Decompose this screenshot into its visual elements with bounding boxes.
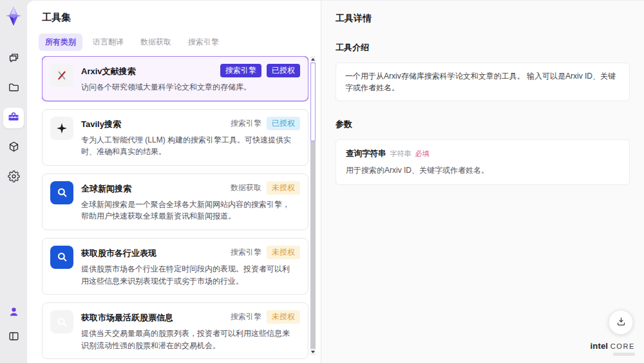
scrollbar-thumb[interactable] (310, 63, 316, 141)
auth-status-badge: 已授权 (267, 117, 300, 130)
tool-card-description: 全球新闻搜索是一个聚合全球各大新闻网站内容的搜索引擎，帮助用户快速获取全球最新资… (81, 199, 297, 222)
intel-logo-bar (613, 353, 635, 356)
sidebar-item-collapse[interactable] (3, 327, 24, 348)
scrollbar-track[interactable] (310, 63, 316, 349)
page-title: 工具集 (42, 12, 321, 24)
param-list: 查询字符串 字符串 必填 用于搜索的Arxiv ID、关键字或作者姓名。 (336, 139, 630, 185)
newspaper-search-icon (50, 310, 73, 333)
sidebar-item-models[interactable] (3, 137, 24, 158)
category-badge: 搜索引擎 (231, 311, 261, 322)
folder-icon (8, 81, 20, 96)
intro-heading: 工具介绍 (336, 42, 630, 54)
parameter-card: 查询字符串 字符串 必填 用于搜索的Arxiv ID、关键字或作者姓名。 (336, 139, 630, 185)
sidebar-item-files[interactable] (3, 78, 24, 99)
download-icon (616, 316, 627, 329)
tool-card-badges: 搜索引擎 未授权 (231, 310, 300, 324)
main-content: 工具集 所有类别语言翻译数据获取搜索引擎 Arxiv文献搜索 访问各个研究领域大… (27, 0, 644, 363)
tab-2[interactable]: 数据获取 (134, 34, 178, 51)
scroll-down-icon[interactable] (310, 349, 316, 355)
auth-status-badge: 未授权 (267, 181, 300, 195)
tool-card-badges: 搜索引擎 未授权 (231, 246, 300, 259)
category-badge: 搜索引擎 (231, 247, 261, 258)
toolbox-icon (7, 110, 20, 126)
tab-0[interactable]: 所有类别 (39, 34, 82, 51)
tool-card-badges: 数据获取 未授权 (231, 181, 300, 195)
auth-status-badge: 未授权 (267, 246, 300, 259)
arxiv-icon (50, 64, 73, 87)
tool-card-1[interactable]: Tavily搜索 专为人工智能代理 (LLM) 构建的搜索引擎工具。可快速提供实… (42, 109, 308, 166)
cube-icon (8, 141, 20, 155)
intel-brand-text: intel (590, 341, 608, 351)
sidebar-item-settings[interactable] (3, 167, 24, 188)
tool-card-badges: 搜索引擎 已授权 (231, 117, 300, 130)
user-icon (8, 306, 20, 320)
auth-status-badge: 未授权 (267, 310, 300, 324)
intel-core-logo: intel core (590, 341, 635, 356)
download-button[interactable] (609, 310, 633, 335)
tool-card-0[interactable]: Arxiv文献搜索 访问各个研究领域大量科学论文和文章的存储库。 搜索引擎 已授… (42, 56, 308, 101)
tool-card-2[interactable]: 全球新闻搜索 全球新闻搜索是一个聚合全球各大新闻网站内容的搜索引擎，帮助用户快速… (42, 173, 308, 230)
panel-layout-icon (8, 330, 20, 345)
tool-card-description: 访问各个研究领域大量科学论文和文章的存储库。 (81, 81, 267, 93)
app-logo-icon (4, 6, 23, 26)
category-tabs: 所有类别语言翻译数据获取搜索引擎 (39, 34, 321, 51)
tab-1[interactable]: 语言翻译 (86, 34, 130, 51)
category-badge: 搜索引擎 (220, 64, 261, 77)
tool-card-description: 提供当天交易量最高的股票列表，投资者可以利用这些信息来识别流动性强的股票和潜在的… (81, 328, 297, 351)
tool-card-description: 专为人工智能代理 (LLM) 构建的搜索引擎工具。可快速提供实时、准确和真实的结… (81, 134, 297, 158)
tool-card-description: 提供股票市场各个行业在特定时间段内的表现。投资者可以利用这些信息来识别表现优于或… (81, 263, 297, 287)
param-name: 查询字符串 (346, 148, 386, 159)
tool-detail-panel: 工具详情 工具介绍 一个用于从Arxiv存储库搜索科学论文和文章的工具。 输入可… (321, 1, 644, 363)
core-brand-text: core (611, 342, 635, 350)
tool-list-panel: 工具集 所有类别语言翻译数据获取搜索引擎 Arxiv文献搜索 访问各个研究领域大… (27, 1, 321, 363)
app-window: 工具集 所有类别语言翻译数据获取搜索引擎 Arxiv文献搜索 访问各个研究领域大… (0, 0, 644, 363)
tool-card-list: Arxiv文献搜索 访问各个研究领域大量科学论文和文章的存储库。 搜索引擎 已授… (42, 56, 308, 363)
params-heading: 参数 (336, 119, 630, 130)
sidebar-item-profile[interactable] (3, 302, 24, 323)
chat-icon (8, 52, 20, 66)
tab-3[interactable]: 搜索引擎 (182, 34, 225, 51)
intro-text: 一个用于从Arxiv存储库搜索科学论文和文章的工具。 输入可以是Arxiv ID… (336, 63, 630, 101)
list-scrollbar[interactable] (310, 56, 316, 355)
sidebar (0, 0, 27, 363)
search-blue-icon (50, 246, 73, 269)
tool-card-badges: 搜索引擎 已授权 (220, 64, 300, 77)
gear-icon (8, 170, 20, 185)
tool-card-3[interactable]: 获取股市各行业表现 提供股票市场各个行业在特定时间段内的表现。投资者可以利用这些… (42, 238, 308, 295)
tool-card-4[interactable]: 获取市场最活跃股票信息 提供当天交易量最高的股票列表，投资者可以利用这些信息来识… (42, 302, 308, 359)
param-type: 字符串 (390, 149, 412, 159)
scroll-up-icon[interactable] (310, 56, 316, 63)
detail-title: 工具详情 (336, 13, 630, 25)
param-required-badge: 必填 (415, 149, 430, 159)
sidebar-item-tools[interactable] (3, 108, 24, 128)
category-badge: 数据获取 (231, 182, 261, 193)
sidebar-item-chat[interactable] (3, 48, 24, 69)
param-description: 用于搜索的Arxiv ID、关键字或作者姓名。 (346, 165, 620, 176)
search-blue-icon (50, 181, 73, 204)
sparkle-icon (50, 117, 73, 140)
category-badge: 搜索引擎 (231, 118, 261, 129)
auth-status-badge: 已授权 (267, 64, 300, 77)
